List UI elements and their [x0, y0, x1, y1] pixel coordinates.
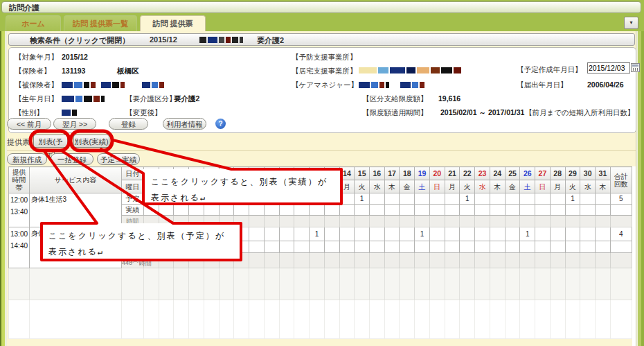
- schedule-cell[interactable]: [505, 227, 520, 241]
- schedule-cell[interactable]: [384, 205, 400, 216]
- schedule-cell[interactable]: [445, 205, 460, 216]
- schedule-cell[interactable]: [505, 193, 520, 205]
- schedule-cell[interactable]: [596, 216, 611, 227]
- schedule-cell[interactable]: [550, 205, 565, 216]
- schedule-cell[interactable]: [279, 253, 294, 268]
- schedule-cell[interactable]: [279, 227, 294, 241]
- schedule-cell[interactable]: [279, 241, 294, 253]
- schedule-cell[interactable]: [550, 193, 565, 205]
- schedule-cell[interactable]: [580, 227, 596, 241]
- schedule-cell[interactable]: [445, 227, 460, 241]
- schedule-cell[interactable]: [535, 253, 551, 268]
- schedule-cell[interactable]: [279, 216, 294, 227]
- schedule-cell[interactable]: [400, 205, 415, 216]
- schedule-cell[interactable]: 1: [310, 227, 325, 241]
- schedule-cell[interactable]: [580, 253, 596, 268]
- schedule-cell[interactable]: 1: [520, 227, 535, 241]
- schedule-cell[interactable]: [490, 253, 505, 268]
- plan-to-actual-button[interactable]: 予定→実績: [97, 153, 140, 165]
- schedule-cell[interactable]: [550, 253, 565, 268]
- schedule-cell[interactable]: [445, 241, 460, 253]
- schedule-cell[interactable]: [415, 216, 430, 227]
- schedule-cell[interactable]: [324, 227, 339, 241]
- schedule-cell[interactable]: [384, 253, 400, 268]
- schedule-cell[interactable]: [490, 205, 505, 216]
- schedule-cell[interactable]: [429, 241, 445, 253]
- schedule-cell[interactable]: 1: [460, 193, 475, 205]
- schedule-cell[interactable]: [565, 241, 580, 253]
- schedule-cell[interactable]: [550, 216, 565, 227]
- schedule-cell[interactable]: [460, 241, 475, 253]
- schedule-cell[interactable]: [310, 253, 325, 268]
- schedule-cell[interactable]: [339, 253, 355, 268]
- new-create-button[interactable]: 新規作成: [7, 153, 47, 165]
- schedule-cell[interactable]: [475, 216, 490, 227]
- schedule-cell[interactable]: [294, 216, 310, 227]
- schedule-cell[interactable]: [429, 193, 445, 205]
- schedule-cell[interactable]: [355, 216, 370, 227]
- schedule-cell[interactable]: [264, 253, 279, 268]
- schedule-cell[interactable]: [384, 227, 400, 241]
- schedule-cell[interactable]: [429, 253, 445, 268]
- schedule-cell[interactable]: [460, 227, 475, 241]
- schedule-cell[interactable]: [505, 216, 520, 227]
- schedule-cell[interactable]: [445, 253, 460, 268]
- schedule-cell[interactable]: [355, 241, 370, 253]
- schedule-cell[interactable]: [400, 253, 415, 268]
- schedule-cell[interactable]: [415, 241, 430, 253]
- schedule-cell[interactable]: [294, 227, 310, 241]
- schedule-cell[interactable]: [490, 216, 505, 227]
- plan-date-input[interactable]: [587, 62, 630, 73]
- schedule-cell[interactable]: [475, 241, 490, 253]
- schedule-cell[interactable]: [505, 241, 520, 253]
- tab-teikyohyo-ichiran[interactable]: 訪問 提供票一覧: [64, 15, 137, 31]
- calendar-icon[interactable]: [631, 63, 640, 72]
- schedule-cell[interactable]: [415, 253, 430, 268]
- schedule-cell[interactable]: [324, 241, 339, 253]
- schedule-cell[interactable]: [445, 193, 460, 205]
- schedule-cell[interactable]: [475, 193, 490, 205]
- schedule-cell[interactable]: [400, 227, 415, 241]
- schedule-cell[interactable]: [565, 227, 580, 241]
- tab-home[interactable]: ホーム: [6, 15, 61, 31]
- schedule-cell[interactable]: [520, 241, 535, 253]
- schedule-cell[interactable]: [355, 227, 370, 241]
- tab-teikyohyo[interactable]: 訪問 提供票: [140, 15, 206, 31]
- schedule-cell[interactable]: [520, 205, 535, 216]
- schedule-cell[interactable]: [535, 241, 551, 253]
- schedule-cell[interactable]: [339, 227, 355, 241]
- help-icon[interactable]: ?: [215, 119, 226, 129]
- schedule-cell[interactable]: [596, 205, 611, 216]
- schedule-cell[interactable]: [596, 253, 611, 268]
- schedule-cell[interactable]: [460, 205, 475, 216]
- schedule-cell[interactable]: [565, 253, 580, 268]
- schedule-cell[interactable]: [415, 205, 430, 216]
- schedule-cell[interactable]: [596, 227, 611, 241]
- bessho-actual-button[interactable]: 別表(実績): [73, 135, 109, 148]
- schedule-cell[interactable]: [249, 253, 265, 268]
- schedule-cell[interactable]: [565, 216, 580, 227]
- schedule-cell[interactable]: [249, 227, 265, 241]
- schedule-cell[interactable]: [264, 216, 279, 227]
- schedule-cell[interactable]: [460, 216, 475, 227]
- schedule-cell[interactable]: [294, 253, 310, 268]
- schedule-cell[interactable]: [249, 241, 265, 253]
- schedule-cell[interactable]: [475, 227, 490, 241]
- schedule-cell[interactable]: [535, 227, 551, 241]
- next-month-button[interactable]: 翌月 >>: [53, 118, 96, 130]
- bessho-plan-button[interactable]: 別表(予定): [33, 135, 68, 148]
- schedule-cell[interactable]: [355, 253, 370, 268]
- schedule-cell[interactable]: [339, 216, 355, 227]
- schedule-cell[interactable]: [294, 241, 310, 253]
- schedule-cell[interactable]: 1: [415, 227, 430, 241]
- schedule-cell[interactable]: [505, 253, 520, 268]
- schedule-cell[interactable]: [324, 216, 339, 227]
- schedule-cell[interactable]: [490, 227, 505, 241]
- schedule-cell[interactable]: [596, 193, 611, 205]
- schedule-cell[interactable]: [475, 205, 490, 216]
- bulk-register-button[interactable]: 一括登録: [51, 153, 93, 165]
- schedule-cell[interactable]: [249, 216, 265, 227]
- schedule-cell[interactable]: [339, 241, 355, 253]
- schedule-cell[interactable]: [445, 216, 460, 227]
- schedule-cell[interactable]: [370, 205, 385, 216]
